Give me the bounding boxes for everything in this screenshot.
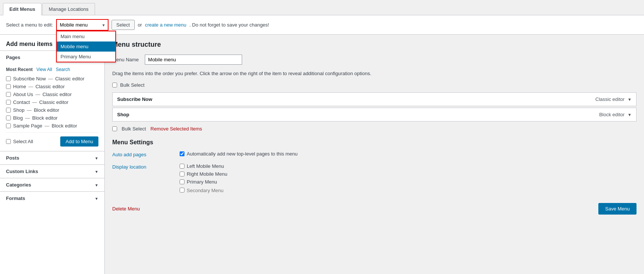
auto-add-check-row: Automatically add new top-level pages to… [180, 151, 637, 157]
bulk-select-top-checkbox[interactable] [112, 83, 117, 87]
location-left-mobile-label: Left Mobile Menu [187, 163, 224, 169]
menu-item-name-subscribe-now: Subscribe Now [117, 96, 595, 102]
create-new-menu-link[interactable]: create a new menu [145, 22, 186, 28]
custom-links-accordion-header[interactable]: Custom Links [0, 164, 104, 178]
menu-select[interactable]: Mobile menu [56, 19, 109, 31]
formats-accordion-header[interactable]: Formats [0, 191, 104, 205]
page-item-sample-page: Sample Page — Block editor [6, 123, 98, 129]
location-primary-menu-checkbox[interactable] [180, 179, 184, 184]
separator: — [28, 84, 33, 89]
page-type-sample-page: Block editor [52, 123, 77, 129]
bulk-select-bottom: Bulk Select Remove Selected Items [112, 126, 637, 132]
add-to-menu-button[interactable]: Add to Menu [60, 136, 98, 147]
categories-accordion-header[interactable]: Categories [0, 178, 104, 191]
page-name-contact: Contact [13, 99, 30, 105]
auto-add-row: Auto add pages Automatically add new top… [112, 151, 637, 159]
menu-item-expand-shop[interactable]: ▼ [628, 113, 632, 117]
remove-selected-link[interactable]: Remove Selected Items [150, 126, 202, 132]
page-checkbox-about-us[interactable] [6, 92, 11, 97]
auto-add-label: Auto add pages [112, 151, 172, 157]
menu-dropdown-wrapper: Mobile menu ▼ Main menu Mobile menu Prim… [56, 19, 109, 31]
location-secondary-menu: Secondary Menu [180, 187, 637, 193]
menu-name-row: Menu Name [112, 55, 637, 65]
menu-item-type-subscribe-now: Classic editor [595, 96, 625, 102]
page-item-blog: Blog — Block editor [6, 115, 98, 121]
bulk-select-bottom-checkbox[interactable] [112, 126, 117, 131]
page-type-contact: Classic editor [39, 99, 68, 105]
auto-add-text: Automatically add new top-level pages to… [187, 151, 297, 157]
dropdown-item-main-menu[interactable]: Main menu [57, 31, 115, 41]
separator: — [25, 115, 30, 121]
page-type-about-us: Classic editor [42, 92, 71, 97]
menu-name-input[interactable] [145, 55, 242, 65]
page-checkbox-home[interactable] [6, 84, 11, 89]
page-name-subscribe-now: Subscribe Now [13, 76, 46, 81]
page-item-contact: Contact — Classic editor [6, 99, 98, 105]
tab-manage-locations[interactable]: Manage Locations [42, 3, 95, 15]
menu-item-expand-subscribe-now[interactable]: ▼ [628, 97, 632, 102]
posts-accordion-header[interactable]: Posts [0, 151, 104, 164]
location-right-mobile: Right Mobile Menu [180, 171, 637, 177]
page-checkbox-shop[interactable] [6, 108, 11, 113]
menu-settings: Menu Settings Auto add pages Automatical… [112, 139, 637, 196]
page-type-home: Classic editor [36, 84, 65, 89]
page-name-sample-page: Sample Page [13, 123, 42, 129]
page-checkbox-blog[interactable] [6, 116, 11, 120]
page-name-about-us: About Us [13, 92, 33, 97]
menu-item-name-shop: Shop [117, 112, 599, 117]
dropdown-item-mobile-menu[interactable]: Mobile menu [57, 41, 115, 52]
select-all-text: Select All [13, 139, 33, 144]
menu-item-type-shop: Block editor [599, 112, 625, 117]
menu-item-shop: Shop Block editor ▼ [112, 108, 637, 121]
menu-items-list: Subscribe Now Classic editor ▼ Shop Bloc… [112, 92, 637, 121]
pages-tab-most-recent[interactable]: Most Recent [6, 67, 33, 72]
bottom-actions: Delete Menu Save Menu [112, 203, 637, 215]
pages-section: Pages Most Recent View All Search Subscr… [0, 50, 104, 151]
location-right-mobile-checkbox[interactable] [180, 172, 184, 176]
page-name-blog: Blog [13, 115, 23, 121]
custom-links-label: Custom Links [6, 169, 38, 174]
main-layout: Add menu items Pages Most Recent View Al… [0, 35, 644, 274]
menu-name-label: Menu Name [112, 57, 139, 62]
page-checkbox-contact[interactable] [6, 100, 11, 105]
select-all-label[interactable]: Select All [6, 139, 33, 144]
select-menu-label: Select a menu to edit: [6, 22, 53, 28]
menu-settings-title: Menu Settings [112, 139, 637, 146]
select-all-checkbox[interactable] [6, 139, 11, 144]
categories-section: Categories [0, 178, 104, 191]
pages-tab-view-all[interactable]: View All [36, 67, 52, 72]
location-left-mobile-checkbox[interactable] [180, 164, 184, 169]
auto-add-value: Automatically add new top-level pages to… [180, 151, 637, 159]
select-all-row: Select All Add to Menu [6, 132, 98, 147]
display-location-value: Left Mobile Menu Right Mobile Menu Prima… [180, 163, 637, 196]
auto-add-checkbox[interactable] [180, 151, 184, 156]
separator: — [45, 123, 49, 129]
page-checkbox-subscribe-now[interactable] [6, 76, 11, 81]
menu-select-wrapper: Mobile menu ▼ [56, 19, 109, 31]
save-menu-button[interactable]: Save Menu [598, 203, 637, 215]
pages-tab-search[interactable]: Search [56, 67, 70, 72]
content-area: Menu structure Menu Name Drag the items … [105, 35, 644, 274]
location-secondary-menu-label: Secondary Menu [187, 188, 223, 193]
custom-links-section: Custom Links [0, 164, 104, 178]
dropdown-item-primary-menu[interactable]: Primary Menu [57, 52, 115, 62]
formats-section: Formats [0, 191, 104, 205]
page-type-subscribe-now: Classic editor [55, 76, 84, 81]
posts-chevron-icon [95, 155, 98, 161]
menu-structure-title: Menu structure [112, 41, 637, 49]
menu-item-subscribe-now: Subscribe Now Classic editor ▼ [112, 92, 637, 106]
posts-section: Posts [0, 151, 104, 164]
formats-chevron-icon [95, 196, 98, 201]
top-bar: Select a menu to edit: Mobile menu ▼ Mai… [0, 15, 644, 35]
separator: — [27, 107, 31, 113]
separator: — [32, 99, 37, 105]
bulk-select-top-label: Bulk Select [120, 82, 144, 88]
page-item-subscribe-now: Subscribe Now — Classic editor [6, 76, 98, 81]
select-button[interactable]: Select [112, 20, 135, 30]
location-secondary-menu-checkbox[interactable] [180, 188, 184, 193]
tab-bar: Edit Menus Manage Locations [0, 0, 644, 15]
delete-menu-link[interactable]: Delete Menu [112, 206, 140, 212]
page-checkbox-sample-page[interactable] [6, 123, 11, 128]
save-note: . Do not forget to save your changes! [189, 22, 269, 28]
tab-edit-menus[interactable]: Edit Menus [3, 3, 42, 15]
